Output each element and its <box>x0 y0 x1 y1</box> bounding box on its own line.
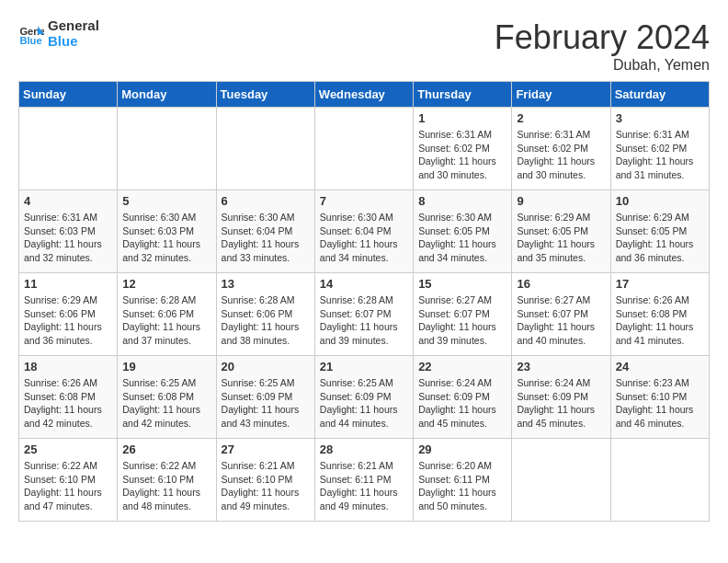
day-info: Sunrise: 6:30 AM Sunset: 6:04 PM Dayligh… <box>222 211 310 265</box>
day-info: Sunrise: 6:31 AM Sunset: 6:02 PM Dayligh… <box>517 128 605 182</box>
week-row-5: 25Sunrise: 6:22 AM Sunset: 6:10 PM Dayli… <box>19 439 710 522</box>
calendar-cell <box>610 439 709 522</box>
day-number: 14 <box>320 277 408 291</box>
day-info: Sunrise: 6:20 AM Sunset: 6:11 PM Dayligh… <box>418 459 506 513</box>
calendar-cell: 19Sunrise: 6:25 AM Sunset: 6:08 PM Dayli… <box>118 356 216 439</box>
day-number: 21 <box>320 360 408 373</box>
column-header-wednesday: Wednesday <box>314 82 413 108</box>
calendar-table: SundayMondayTuesdayWednesdayThursdayFrid… <box>18 81 710 522</box>
day-number: 24 <box>616 360 704 373</box>
calendar-cell: 20Sunrise: 6:25 AM Sunset: 6:09 PM Dayli… <box>216 356 314 439</box>
calendar-cell: 15Sunrise: 6:27 AM Sunset: 6:07 PM Dayli… <box>414 273 512 356</box>
day-info: Sunrise: 6:31 AM Sunset: 6:02 PM Dayligh… <box>616 128 704 182</box>
day-number: 28 <box>320 442 408 456</box>
day-number: 12 <box>122 277 210 291</box>
column-header-friday: Friday <box>512 82 610 108</box>
logo-general-text: General <box>48 18 99 34</box>
calendar-cell: 11Sunrise: 6:29 AM Sunset: 6:06 PM Dayli… <box>19 273 118 356</box>
week-row-3: 11Sunrise: 6:29 AM Sunset: 6:06 PM Dayli… <box>19 273 710 356</box>
day-info: Sunrise: 6:29 AM Sunset: 6:05 PM Dayligh… <box>616 211 704 265</box>
calendar-cell: 26Sunrise: 6:22 AM Sunset: 6:10 PM Dayli… <box>118 439 216 522</box>
day-number: 18 <box>24 360 112 373</box>
day-info: Sunrise: 6:29 AM Sunset: 6:06 PM Dayligh… <box>24 293 112 348</box>
day-info: Sunrise: 6:28 AM Sunset: 6:07 PM Dayligh… <box>320 293 408 348</box>
day-number: 16 <box>517 277 605 291</box>
day-number: 7 <box>320 194 408 208</box>
location: Dubah, Yemen <box>495 57 710 74</box>
day-number: 15 <box>418 277 506 291</box>
day-number: 8 <box>418 194 506 208</box>
day-info: Sunrise: 6:22 AM Sunset: 6:10 PM Dayligh… <box>122 459 210 513</box>
day-info: Sunrise: 6:28 AM Sunset: 6:06 PM Dayligh… <box>222 293 310 348</box>
day-number: 20 <box>222 360 310 373</box>
day-info: Sunrise: 6:30 AM Sunset: 6:05 PM Dayligh… <box>418 211 506 265</box>
calendar-cell: 12Sunrise: 6:28 AM Sunset: 6:06 PM Dayli… <box>118 273 216 356</box>
calendar-cell: 23Sunrise: 6:24 AM Sunset: 6:09 PM Dayli… <box>512 356 610 439</box>
day-info: Sunrise: 6:25 AM Sunset: 6:08 PM Dayligh… <box>122 376 210 431</box>
day-info: Sunrise: 6:29 AM Sunset: 6:05 PM Dayligh… <box>517 211 605 265</box>
calendar-cell: 25Sunrise: 6:22 AM Sunset: 6:10 PM Dayli… <box>19 439 118 522</box>
calendar-cell: 3Sunrise: 6:31 AM Sunset: 6:02 PM Daylig… <box>610 108 709 190</box>
calendar-cell: 16Sunrise: 6:27 AM Sunset: 6:07 PM Dayli… <box>512 273 610 356</box>
calendar-cell <box>314 108 413 190</box>
day-number: 26 <box>122 442 210 456</box>
calendar-cell: 2Sunrise: 6:31 AM Sunset: 6:02 PM Daylig… <box>512 108 610 190</box>
day-number: 22 <box>418 360 506 373</box>
day-info: Sunrise: 6:26 AM Sunset: 6:08 PM Dayligh… <box>616 293 704 348</box>
calendar-cell: 14Sunrise: 6:28 AM Sunset: 6:07 PM Dayli… <box>314 273 413 356</box>
calendar-cell: 6Sunrise: 6:30 AM Sunset: 6:04 PM Daylig… <box>216 190 314 273</box>
day-info: Sunrise: 6:21 AM Sunset: 6:10 PM Dayligh… <box>222 459 310 513</box>
calendar-cell <box>19 108 118 190</box>
calendar-cell <box>216 108 314 190</box>
day-number: 6 <box>222 194 310 208</box>
calendar-cell: 27Sunrise: 6:21 AM Sunset: 6:10 PM Dayli… <box>216 439 314 522</box>
column-header-monday: Monday <box>118 82 216 108</box>
calendar-cell <box>118 108 216 190</box>
column-header-saturday: Saturday <box>610 82 709 108</box>
day-number: 23 <box>517 360 605 373</box>
calendar-cell: 9Sunrise: 6:29 AM Sunset: 6:05 PM Daylig… <box>512 190 610 273</box>
day-number: 9 <box>517 194 605 208</box>
calendar-cell: 28Sunrise: 6:21 AM Sunset: 6:11 PM Dayli… <box>314 439 413 522</box>
day-info: Sunrise: 6:27 AM Sunset: 6:07 PM Dayligh… <box>418 293 506 348</box>
column-header-thursday: Thursday <box>414 82 512 108</box>
day-info: Sunrise: 6:31 AM Sunset: 6:03 PM Dayligh… <box>24 211 112 265</box>
logo: General Blue General Blue <box>18 18 99 49</box>
day-info: Sunrise: 6:27 AM Sunset: 6:07 PM Dayligh… <box>517 293 605 348</box>
day-info: Sunrise: 6:30 AM Sunset: 6:04 PM Dayligh… <box>320 211 408 265</box>
day-info: Sunrise: 6:25 AM Sunset: 6:09 PM Dayligh… <box>222 376 310 431</box>
day-info: Sunrise: 6:31 AM Sunset: 6:02 PM Dayligh… <box>418 128 506 182</box>
title-block: February 2024 Dubah, Yemen <box>495 18 710 74</box>
day-number: 4 <box>24 194 112 208</box>
calendar-cell: 8Sunrise: 6:30 AM Sunset: 6:05 PM Daylig… <box>414 190 512 273</box>
day-info: Sunrise: 6:30 AM Sunset: 6:03 PM Dayligh… <box>122 211 210 265</box>
calendar-cell: 29Sunrise: 6:20 AM Sunset: 6:11 PM Dayli… <box>414 439 512 522</box>
day-number: 25 <box>24 442 112 456</box>
day-number: 27 <box>222 442 310 456</box>
calendar-cell: 7Sunrise: 6:30 AM Sunset: 6:04 PM Daylig… <box>314 190 413 273</box>
logo-icon: General Blue <box>18 21 44 47</box>
calendar-cell: 24Sunrise: 6:23 AM Sunset: 6:10 PM Dayli… <box>610 356 709 439</box>
calendar-cell: 10Sunrise: 6:29 AM Sunset: 6:05 PM Dayli… <box>610 190 709 273</box>
day-number: 11 <box>24 277 112 291</box>
svg-text:Blue: Blue <box>19 35 41 46</box>
day-number: 10 <box>616 194 704 208</box>
day-info: Sunrise: 6:25 AM Sunset: 6:09 PM Dayligh… <box>320 376 408 431</box>
logo-blue-text: Blue <box>48 34 99 50</box>
day-info: Sunrise: 6:22 AM Sunset: 6:10 PM Dayligh… <box>24 459 112 513</box>
week-row-4: 18Sunrise: 6:26 AM Sunset: 6:08 PM Dayli… <box>19 356 710 439</box>
day-info: Sunrise: 6:28 AM Sunset: 6:06 PM Dayligh… <box>122 293 210 348</box>
calendar-cell: 22Sunrise: 6:24 AM Sunset: 6:09 PM Dayli… <box>414 356 512 439</box>
calendar-header-row: SundayMondayTuesdayWednesdayThursdayFrid… <box>19 82 710 108</box>
day-info: Sunrise: 6:23 AM Sunset: 6:10 PM Dayligh… <box>616 376 704 431</box>
page-header: General Blue General Blue February 2024 … <box>18 18 710 74</box>
day-number: 19 <box>122 360 210 373</box>
week-row-1: 1Sunrise: 6:31 AM Sunset: 6:02 PM Daylig… <box>19 108 710 190</box>
day-number: 13 <box>222 277 310 291</box>
day-number: 29 <box>418 442 506 456</box>
calendar-cell: 18Sunrise: 6:26 AM Sunset: 6:08 PM Dayli… <box>19 356 118 439</box>
day-info: Sunrise: 6:21 AM Sunset: 6:11 PM Dayligh… <box>320 459 408 513</box>
calendar-cell: 1Sunrise: 6:31 AM Sunset: 6:02 PM Daylig… <box>414 108 512 190</box>
day-number: 3 <box>616 111 704 125</box>
calendar-cell: 17Sunrise: 6:26 AM Sunset: 6:08 PM Dayli… <box>610 273 709 356</box>
